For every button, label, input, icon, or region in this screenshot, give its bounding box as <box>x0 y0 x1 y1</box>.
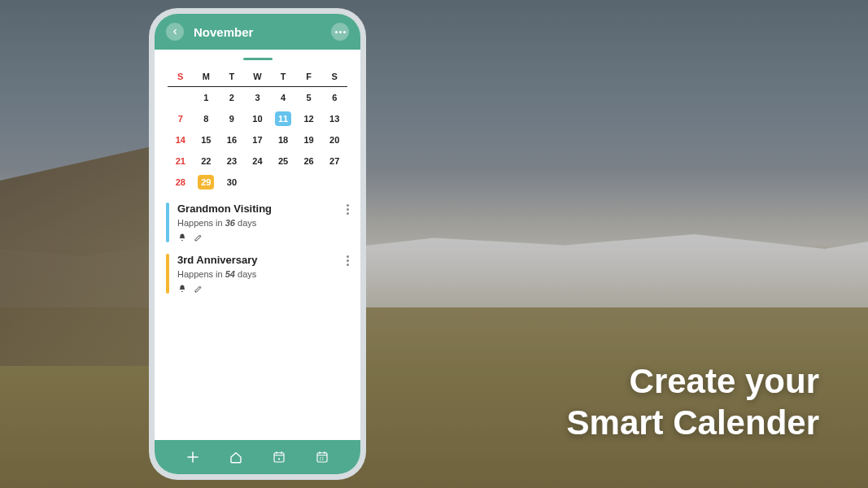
calendar-cell[interactable]: 30 <box>219 172 245 193</box>
calendar-cell[interactable]: 6 <box>321 87 347 108</box>
event-more-button[interactable] <box>347 255 349 266</box>
calendar-cell[interactable]: 15 <box>194 129 220 150</box>
calendar-cell[interactable]: 12 <box>296 108 322 129</box>
calendar-header-row: SMTWTFS <box>168 67 347 87</box>
calendar-month-icon <box>315 450 329 464</box>
calendar-cell[interactable]: 13 <box>321 108 347 129</box>
chevron-left-icon <box>171 28 179 36</box>
home-button[interactable] <box>225 446 247 468</box>
event-color-bar <box>166 254 169 294</box>
calendar-cell[interactable]: 7 <box>168 108 194 129</box>
headline-line-2: Smart Calender <box>567 403 819 443</box>
edit-icon[interactable] <box>194 284 203 294</box>
event-title: Grandmon Visiting <box>177 203 349 215</box>
dot-icon <box>335 31 338 33</box>
event-title: 3rd Anniversary <box>177 254 349 266</box>
more-button[interactable] <box>331 23 349 41</box>
event-item[interactable]: 3rd Anniversary Happens in 54 days <box>166 254 349 294</box>
calendar-cell <box>296 172 322 193</box>
calendar-day-header: S <box>321 67 347 87</box>
event-subtitle: Happens in 36 days <box>177 218 349 228</box>
header-month-title: November <box>194 25 253 39</box>
event-body: Grandmon Visiting Happens in 36 days <box>177 203 349 242</box>
phone-frame: November SMTWTFS 12345678910111213141516… <box>149 8 366 480</box>
calendar-cell[interactable]: 9 <box>219 108 245 129</box>
calendar-day-icon <box>272 450 286 464</box>
calendar-cell[interactable]: 16 <box>219 129 245 150</box>
home-icon <box>229 450 243 464</box>
event-action-icons <box>177 284 349 294</box>
calendar-cell[interactable]: 20 <box>321 129 347 150</box>
calendar-day-header: T <box>270 67 296 87</box>
app-header: November <box>155 14 360 50</box>
calendar-day-header: M <box>194 67 220 87</box>
calendar-cell[interactable]: 21 <box>168 150 194 172</box>
content-area: SMTWTFS 12345678910111213141516171819202… <box>155 50 360 440</box>
event-body: 3rd Anniversary Happens in 54 days <box>177 254 349 294</box>
calendar-cell <box>245 172 271 193</box>
plus-icon <box>185 450 200 464</box>
svg-rect-0 <box>274 453 284 462</box>
calendar-month-button[interactable] <box>311 446 334 468</box>
calendar-day-button[interactable] <box>268 446 290 468</box>
calendar-cell <box>270 172 296 193</box>
calendar-day-header: W <box>245 67 271 87</box>
calendar-body: 1234567891011121314151617181920212223242… <box>168 87 347 193</box>
calendar: SMTWTFS 12345678910111213141516171819202… <box>155 67 360 193</box>
calendar-cell[interactable]: 4 <box>270 87 296 108</box>
promo-headline: Create your Smart Calender <box>567 361 819 443</box>
calendar-day-header: S <box>168 67 194 87</box>
headline-line-1: Create your <box>567 361 819 402</box>
calendar-cell[interactable]: 5 <box>296 87 322 108</box>
calendar-cell[interactable]: 19 <box>296 129 322 150</box>
event-more-button[interactable] <box>347 204 349 215</box>
dot-icon <box>343 31 346 33</box>
calendar-cell[interactable]: 10 <box>245 108 271 129</box>
bell-icon[interactable] <box>177 284 187 294</box>
event-color-bar <box>166 203 169 242</box>
calendar-cell[interactable]: 1 <box>194 87 220 108</box>
svg-point-1 <box>278 458 280 460</box>
calendar-cell[interactable]: 14 <box>168 129 194 150</box>
calendar-cell[interactable]: 11 <box>270 108 296 129</box>
calendar-cell[interactable]: 24 <box>245 150 271 172</box>
calendar-cell[interactable]: 8 <box>194 108 220 129</box>
event-subtitle: Happens in 54 days <box>177 269 349 279</box>
edit-icon[interactable] <box>194 233 203 242</box>
calendar-day-header: F <box>296 67 322 87</box>
phone-screen: November SMTWTFS 12345678910111213141516… <box>155 14 360 474</box>
calendar-cell[interactable]: 25 <box>270 150 296 172</box>
event-action-icons <box>177 233 349 242</box>
calendar-cell[interactable]: 2 <box>219 87 245 108</box>
calendar-cell[interactable]: 22 <box>194 150 220 172</box>
bottom-nav <box>155 440 360 474</box>
calendar-cell[interactable]: 28 <box>168 172 194 193</box>
bell-icon[interactable] <box>177 233 187 242</box>
calendar-cell <box>168 87 194 108</box>
add-button[interactable] <box>181 446 204 468</box>
events-list: Grandmon Visiting Happens in 36 days 3rd… <box>155 193 360 312</box>
calendar-cell[interactable]: 27 <box>321 150 347 172</box>
back-button[interactable] <box>166 23 184 41</box>
calendar-cell[interactable]: 29 <box>194 172 220 193</box>
event-item[interactable]: Grandmon Visiting Happens in 36 days <box>166 203 349 242</box>
dot-icon <box>339 31 342 33</box>
calendar-cell <box>321 172 347 193</box>
calendar-day-header: T <box>219 67 245 87</box>
calendar-cell[interactable]: 26 <box>296 150 322 172</box>
calendar-cell[interactable]: 17 <box>245 129 271 150</box>
calendar-cell[interactable]: 18 <box>270 129 296 150</box>
drag-handle[interactable] <box>243 58 273 60</box>
calendar-cell[interactable]: 3 <box>245 87 271 108</box>
calendar-cell[interactable]: 23 <box>219 150 245 172</box>
